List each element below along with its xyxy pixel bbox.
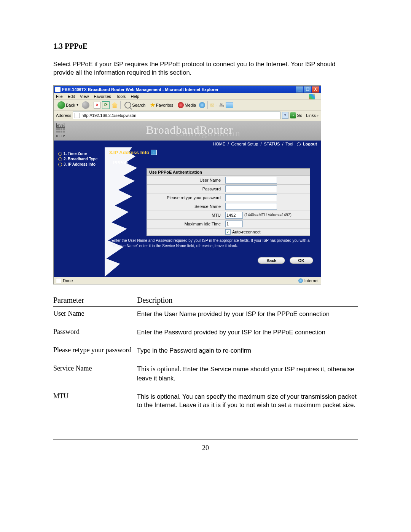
router-banner: level o n e BroadbandRouter Configuratio… [54,121,321,141]
nav-tool[interactable]: Tool [285,142,293,146]
desc-cell: Enter the Password provided by your ISP … [137,325,358,343]
page-number: 20 [53,444,358,452]
status-text: Done [63,278,73,283]
menu-help[interactable]: Help [131,94,139,99]
address-input[interactable]: http://192.168.2.1/setupw.stm [73,112,280,119]
desc-cell: Type in the Password again to re-confirm [137,343,358,361]
menubar: File Edit View Favorites Tools Help [54,93,321,99]
label-retype-password: Please retype your password [147,194,224,201]
bullet-icon [297,142,301,146]
table-row: Please retype your passwordType in the P… [53,343,358,361]
menu-view[interactable]: View [80,94,89,99]
footer-rule [53,439,358,439]
media-button[interactable]: Media [176,102,198,109]
input-mtu[interactable] [225,212,243,219]
form-header: Use PPPoE Authentication [147,168,310,176]
ie-icon [55,87,61,92]
sidebar-item-label: 2. Broadband Type [64,157,97,161]
nav-status[interactable]: STATUS [264,142,280,146]
sidebar-item-ip-address[interactable]: 3. IP Address Info [58,162,103,167]
param-cell: Service Name [53,361,137,389]
sidebar-item-label: 3. IP Address Info [64,162,96,167]
address-url: http://192.168.2.1/setupw.stm [81,113,136,118]
status-zone: Internet [304,278,319,283]
page-icon [75,113,80,118]
address-bar: Address http://192.168.2.1/setupw.stm ▾ … [54,110,321,121]
input-retype-password[interactable] [225,194,277,201]
parameter-table: Parameter Description User NameEnter the… [53,294,358,416]
label-mtu: MTU [147,212,224,219]
table-row: User NameEnter the User Name provided by… [53,306,358,325]
param-cell: MTU [53,389,137,416]
intro-paragraph: Select PPPoE if your ISP requires the PP… [53,60,358,77]
browser-window: FBR-1406TX Broadband Router Web Manageme… [53,85,321,284]
forward-button[interactable] [82,101,89,109]
bullet-icon [58,152,62,156]
info-icon[interactable]: i [151,150,157,155]
links-button[interactable]: Links» [306,113,319,118]
print-button[interactable]: 🖶 [219,102,224,108]
input-service-name[interactable] [225,203,277,210]
checkbox-auto-reconnect[interactable]: ✓ [225,229,231,235]
top-nav: HOME / General Setup / STATUS / Tool Log… [54,141,321,147]
bullet-icon [58,163,62,166]
nav-general-setup[interactable]: General Setup [231,142,258,146]
maximize-button[interactable]: ❐ [304,86,311,93]
pppoe-form: Use PPPoE Authentication User Name Passw… [147,168,310,236]
col-description: Description [137,294,358,307]
table-row: MTUThis is optional. You can specify the… [53,389,358,416]
menu-favorites[interactable]: Favorites [94,94,111,99]
refresh-button[interactable]: ⟳ [102,101,110,109]
window-title: FBR-1406TX Broadband Router Web Manageme… [62,87,296,92]
input-password[interactable] [225,185,277,192]
media-icon [178,102,184,108]
address-dropdown[interactable]: ▾ [282,112,288,119]
menu-file[interactable]: File [56,94,63,99]
back-button[interactable]: Back ▼ [56,101,80,109]
param-cell: User Name [53,306,137,325]
label-service-name: Service Name [147,203,224,210]
input-username[interactable] [225,177,277,184]
sidebar-item-timezone[interactable]: 1. Time Zone [58,151,103,156]
window-titlebar: FBR-1406TX Broadband Router Web Manageme… [54,86,321,93]
windows-logo-icon [309,94,315,99]
wizard-sidebar: 1. Time Zone 2. Broadband Type 3. IP Add… [54,147,105,277]
minimize-button[interactable]: _ [296,86,303,93]
history-button[interactable] [199,102,205,108]
input-max-idle[interactable] [225,220,243,227]
search-button[interactable]: Search [123,101,147,109]
brand-logo: level o n e [56,123,73,138]
nav-logout[interactable]: Logout [303,142,317,146]
sidebar-item-broadband-type[interactable]: 2. Broadband Type [58,157,103,161]
desc-cell: This is optional. You can specify the ma… [137,389,358,416]
param-cell: Please retype your password [53,343,137,361]
mtu-hint: (1440<=MTU Value<=1492) [244,213,292,217]
close-button[interactable]: X [312,86,319,93]
menu-tools[interactable]: Tools [116,94,126,99]
back-arrow-icon [57,101,65,109]
favorites-button[interactable]: ★ Favorites [148,101,175,109]
bullet-icon [58,157,62,161]
desc-cell: This is optional. Enter the Service name… [137,361,358,389]
router-page: level o n e BroadbandRouter Configuratio… [54,121,321,277]
home-button[interactable] [111,102,118,109]
content-section-title: 3.IP Address Info i [109,150,317,155]
content-subheading: PPPoE [113,160,317,165]
label-auto-reconnect: Auto-reconnect [232,230,261,234]
nav-home[interactable]: HOME [213,142,225,146]
internet-zone-icon [298,278,303,283]
go-arrow-icon: → [290,112,296,118]
ok-button[interactable]: OK [290,257,314,264]
section-heading: 1.3 PPPoE [53,42,358,51]
go-button[interactable]: → Go [290,112,303,118]
desc-cell: Enter the User Name provided by your ISP… [137,306,358,325]
stop-button[interactable]: × [94,102,100,109]
menu-edit[interactable]: Edit [68,94,75,99]
col-parameter: Parameter [53,294,137,307]
edit-button[interactable] [226,102,233,108]
browser-statusbar: Done Internet [54,277,321,284]
back-button[interactable]: Back [258,257,285,264]
star-icon: ★ [150,101,155,109]
mail-button[interactable]: ✉ [210,102,215,108]
browser-toolbar: Back ▼ · × ⟳ Search ★ Favorites Media [54,99,321,110]
